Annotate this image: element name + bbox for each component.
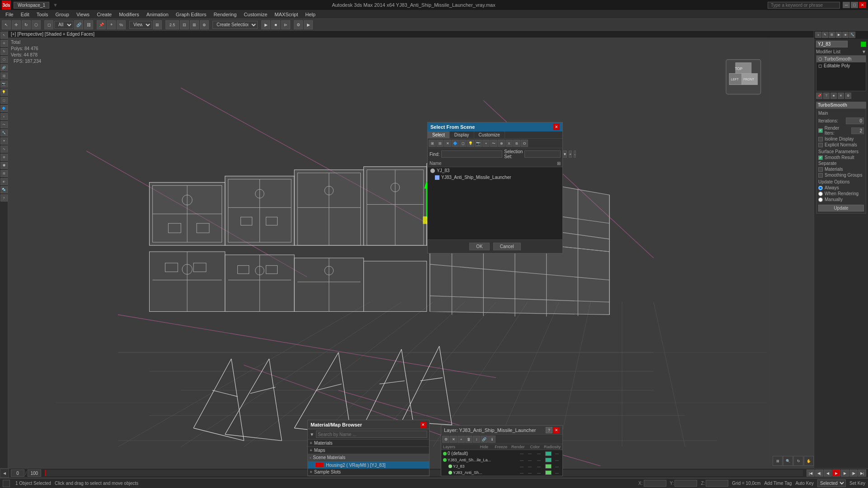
scene-tb-groups[interactable]: ⊕	[498, 140, 505, 147]
mat-search-input[interactable]	[316, 431, 427, 438]
toolbar-num-input[interactable]: 2.5	[165, 20, 179, 29]
smooth-result-cb[interactable]: ✓	[818, 155, 823, 160]
menu-help[interactable]: Help	[302, 10, 319, 19]
workspace-button[interactable]: Workspace_1	[14, 2, 49, 9]
search-input[interactable]	[768, 2, 840, 9]
left-link[interactable]: 🔗	[0, 64, 8, 71]
scene-tb-none[interactable]: ✕	[444, 140, 451, 147]
left-display[interactable]: 👁	[0, 178, 8, 185]
menu-file[interactable]: File	[2, 10, 17, 19]
layer-tb-delete[interactable]: 🗑	[465, 436, 472, 443]
maximize-button[interactable]: □	[851, 2, 858, 8]
nav-orbit[interactable]: ↻	[793, 456, 803, 466]
menu-create[interactable]: Create	[93, 10, 115, 19]
mod-configure[interactable]: ⚙	[845, 93, 851, 99]
left-particle[interactable]: ✦	[0, 137, 8, 145]
left-scale[interactable]: ⬡	[0, 56, 8, 63]
scene-tb-geometry[interactable]: 🔷	[452, 140, 459, 147]
left-selection[interactable]: ⊞	[0, 170, 8, 177]
nav-pan[interactable]: ✋	[804, 456, 814, 466]
timeline-corner[interactable]: ◀	[0, 469, 9, 478]
left-select[interactable]: ↖	[0, 32, 8, 39]
z-input[interactable]	[706, 480, 728, 487]
turbosmoothheader[interactable]: TurboSmooth	[816, 102, 866, 108]
mod-make-unique[interactable]: ★	[830, 93, 837, 99]
left-move[interactable]: ✛	[0, 40, 8, 47]
anim-go-end[interactable]: ▶|	[858, 469, 866, 477]
menu-modifiers[interactable]: Modifiers	[115, 10, 143, 19]
left-compound[interactable]: ⊕	[0, 154, 8, 161]
anim-prev-key[interactable]: ◀|	[815, 469, 823, 477]
left-rotate[interactable]: ↻	[0, 48, 8, 55]
layer-item-yj83-launcher[interactable]: YJ83_Anti_Sh...ile_La... — — — —	[441, 457, 562, 463]
scene-tb-shapes[interactable]: ◻	[459, 140, 467, 147]
manually-radio[interactable]	[818, 197, 823, 202]
left-camera[interactable]: 📷	[0, 80, 8, 88]
mat-section-maps[interactable]: + Maps	[308, 447, 429, 454]
find-input[interactable]	[441, 150, 502, 158]
anim-next-frame[interactable]: ▶	[841, 469, 849, 477]
dialog-cancel-button[interactable]: Cancel	[493, 243, 521, 250]
layer-tb-info[interactable]: ℹ	[488, 436, 495, 443]
render-iters-cb[interactable]: ✓	[818, 128, 823, 133]
viewport[interactable]: [+] [Perspective] [Shaded + Edged Faces]…	[8, 31, 814, 468]
toolbar-snap-3d[interactable]: 📌	[97, 20, 106, 29]
toolbar-type-dropdown[interactable]: All	[54, 21, 73, 29]
toolbar-stop[interactable]: ■	[271, 20, 280, 29]
layer-tb-link[interactable]: 🔗	[481, 436, 488, 443]
always-radio[interactable]	[818, 186, 823, 190]
viewport-canvas[interactable]: Total Polys: 84 476 Verts: 44 878 FPS: 1…	[8, 38, 814, 466]
rt-create[interactable]: +	[815, 32, 821, 38]
scene-tb-invert[interactable]: ⊟	[436, 140, 443, 147]
menu-rendering[interactable]: Rendering	[210, 10, 241, 19]
add-time-tag[interactable]: Add Time Tag	[764, 481, 792, 486]
anim-next-key[interactable]: |▶	[849, 469, 858, 477]
mat-section-materials[interactable]: + Materials	[308, 440, 429, 447]
selection-set-remove[interactable]: -	[574, 150, 576, 158]
iterations-input[interactable]	[846, 117, 864, 124]
scene-tb-xrefs[interactable]: X	[505, 140, 513, 147]
dialog-ok-button[interactable]: OK	[469, 243, 489, 250]
left-unlink[interactable]: ⛓	[0, 72, 8, 80]
scene-tb-select-all[interactable]: ⊞	[429, 140, 436, 147]
layer-tb-close[interactable]: ✕	[450, 436, 457, 443]
layer-close-button[interactable]: ✕	[553, 427, 560, 433]
left-utilities[interactable]: 🔩	[0, 186, 8, 193]
toolbar-unlink[interactable]: ⛓	[84, 20, 93, 29]
modifier-list-dropdown[interactable]: ▼	[862, 49, 866, 54]
toolbar-play[interactable]: ▶	[261, 20, 270, 29]
menu-customize[interactable]: Customize	[240, 10, 271, 19]
dialog-item-launcher[interactable]: YJ83_Anti_Ship_Missile_Launcher	[428, 174, 562, 181]
toolbar-rotate[interactable]: ↻	[22, 20, 31, 29]
toolbar-select[interactable]: ↖	[2, 20, 11, 29]
modifier-turbosmoothitem[interactable]: ⬡ TurboSmooth	[816, 56, 866, 62]
rt-display[interactable]: 👁	[842, 32, 849, 38]
mat-item-housing2[interactable]: Housing2 ( VRayMtl ) [YJ_83]	[308, 461, 429, 469]
mat-browser-close[interactable]: ✕	[420, 422, 426, 428]
scene-tb-spacewarps[interactable]: 〜	[490, 140, 497, 147]
scene-tb-objects[interactable]: O	[521, 140, 528, 147]
toolbar-next-key[interactable]: ⊳	[281, 20, 290, 29]
toolbar-percent-snap[interactable]: %	[117, 20, 126, 29]
selection-set-btn[interactable]: ▼	[562, 150, 567, 158]
selection-set-input[interactable]	[524, 150, 561, 158]
menu-edit[interactable]: Edit	[17, 10, 33, 19]
materials-cb[interactable]	[818, 167, 823, 172]
toolbar-ref-coord[interactable]: ◻	[44, 20, 53, 29]
mod-show-end[interactable]: ⊤	[823, 93, 830, 99]
isoline-cb[interactable]	[818, 137, 823, 141]
menu-group[interactable]: Group	[52, 10, 73, 19]
when-rendering-radio[interactable]	[818, 192, 823, 196]
anim-play[interactable]: ▶	[832, 469, 840, 477]
left-systems[interactable]: 🔧	[0, 129, 8, 136]
dialog-tab-display[interactable]: Display	[450, 131, 474, 138]
menu-views[interactable]: Views	[73, 10, 93, 19]
mat-section-scene[interactable]: - Scene Materials	[308, 454, 429, 461]
object-name-input[interactable]	[816, 41, 848, 47]
rt-hierarchy[interactable]: ⊞	[829, 32, 835, 38]
dialog-close-button[interactable]: ✕	[553, 124, 560, 130]
nav-zoom[interactable]: 🔍	[783, 456, 793, 466]
selection-set-add[interactable]: +	[569, 150, 572, 158]
layer-tb-move[interactable]: ↕	[473, 436, 480, 443]
update-button[interactable]: Update	[818, 205, 864, 211]
